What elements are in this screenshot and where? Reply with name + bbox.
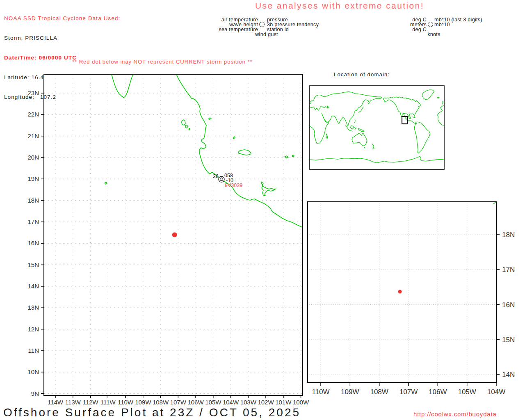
lat-tick-label: 15N: [502, 336, 515, 344]
lat-tick-label: 17N: [502, 266, 515, 274]
island-outline: [185, 125, 188, 128]
lat-tick-label: 16N: [27, 240, 39, 247]
lon-tick-label: 106W: [429, 388, 447, 396]
lon-tick-label: 108W: [153, 399, 169, 406]
island-outline: [285, 156, 288, 158]
lat-tick-label: 11N: [28, 347, 39, 354]
lat-tick-label: 17N: [27, 218, 39, 225]
lon-tick-label: 109W: [135, 399, 151, 406]
lon-tick-label: 110W: [312, 388, 329, 396]
lat-tick-label: 20N: [27, 154, 39, 161]
lat-tick-label: 12N: [27, 326, 39, 333]
lon-tick-label: 106W: [187, 399, 204, 406]
lat-tick-label: 14N: [502, 371, 515, 379]
island-outline: [182, 120, 185, 125]
lon-tick-label: 103W: [240, 399, 257, 406]
island-outline: [233, 137, 235, 139]
world-coastline: [326, 134, 328, 139]
island-outline: [189, 128, 190, 130]
plot-graphics: 114W113W112W111W110W109W108W107W106W105W…: [0, 0, 525, 420]
world-coastline: [372, 144, 374, 147]
world-coastline: [310, 92, 382, 144]
world-coastline: [372, 147, 374, 149]
world-coastline: [437, 97, 440, 98]
world-coastline: [327, 106, 329, 109]
lon-tick-label: 109W: [341, 388, 359, 396]
world-coastline: [413, 117, 415, 118]
world-coastline: [310, 156, 444, 163]
station-circle-inner: [220, 178, 223, 181]
lat-tick-label: 16N: [502, 301, 515, 309]
lon-tick-label: 104W: [223, 399, 239, 406]
lon-tick-label: 108W: [370, 388, 388, 396]
lon-tick-label: 105W: [205, 399, 221, 406]
lon-tick-label: 107W: [170, 399, 187, 406]
lat-tick-label: 13N: [27, 304, 39, 311]
island-outline: [105, 182, 107, 184]
lon-tick-label: 101W: [275, 399, 292, 406]
lat-tick-label: 18N: [502, 231, 515, 239]
lat-tick-label: 15N: [27, 261, 39, 268]
storm-position-dot-zoom: [398, 290, 402, 294]
lon-tick-label: 105W: [458, 388, 476, 396]
lon-tick-label: 114W: [48, 399, 64, 406]
island-outline: [208, 118, 211, 119]
lon-tick-label: 112W: [82, 399, 98, 406]
lat-tick-label: 10N: [27, 368, 39, 375]
island-outline: [292, 155, 294, 157]
lon-tick-label: 113W: [65, 399, 81, 406]
world-coastline: [442, 102, 444, 105]
lon-tick-label: 111W: [100, 399, 116, 406]
lon-tick-label: 110W: [118, 399, 134, 406]
world-coastline: [422, 90, 434, 100]
world-coastline: [310, 107, 326, 110]
lat-tick-label: 19N: [27, 175, 39, 182]
world-coastline: [358, 128, 364, 132]
domain-box: [402, 116, 408, 124]
world-coastline: [383, 99, 417, 124]
world-coastline: [438, 105, 444, 126]
coastline: [112, 74, 133, 98]
world-coastline: [354, 119, 355, 123]
world-coastline: [350, 126, 354, 129]
world-coastline: [358, 107, 363, 113]
lon-tick-label: 100W: [293, 399, 309, 406]
world-coastline: [349, 131, 353, 131]
inland-water-outline: [261, 182, 276, 196]
lat-tick-label: 21N: [27, 132, 39, 139]
lat-tick-label: 9N: [31, 390, 39, 397]
lat-tick-label: 23N: [27, 89, 39, 96]
lon-tick-label: 107W: [399, 388, 418, 396]
world-coastline: [354, 127, 356, 130]
zoom-map-border: [308, 202, 496, 383]
island-outline: [238, 150, 251, 155]
lat-tick-label: 18N: [27, 197, 39, 204]
lon-tick-label: 104W: [487, 388, 505, 396]
lat-tick-label: 22N: [27, 111, 39, 118]
station-air-temp: 26: [213, 173, 219, 179]
lon-tick-label: 102W: [258, 399, 274, 406]
world-coastline: [414, 122, 430, 153]
lat-tick-label: 14N: [27, 283, 39, 290]
station-id: 9V3039: [225, 183, 242, 188]
buoy-plot-page: NOAA SSD Tropical Cyclone Data Used: Sto…: [0, 0, 525, 420]
world-coastline: [352, 133, 367, 146]
storm-position-dot: [172, 232, 177, 237]
world-coastline: [364, 147, 365, 148]
